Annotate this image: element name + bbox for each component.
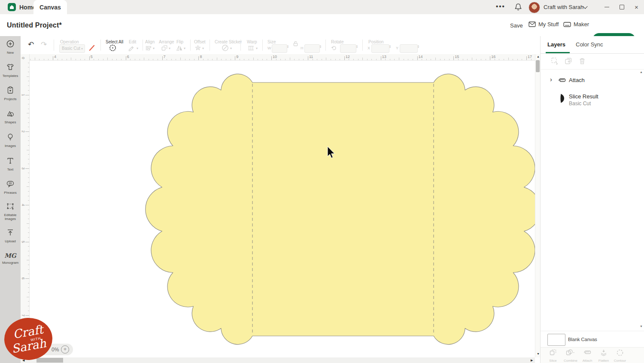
delete-layer-icon[interactable]	[578, 57, 586, 67]
operation-color-pen-icon[interactable]	[88, 44, 96, 53]
text-icon	[6, 156, 15, 167]
layer-slice-result[interactable]: Slice Result Basic Cut	[541, 91, 638, 110]
scroll-up-icon[interactable]: ▲	[537, 55, 540, 58]
create-sticker-button[interactable]	[222, 44, 229, 53]
window-close-button[interactable]: ×	[635, 3, 638, 11]
canvas-horizontal-scrollbar[interactable]: ◀ ▶	[21, 357, 535, 363]
size-height-stepper[interactable]: ▴▾	[320, 45, 321, 48]
edit-label: Edit	[129, 40, 136, 44]
overflow-menu-icon[interactable]: •••	[496, 3, 505, 10]
size-w-label: W	[267, 46, 271, 50]
blank-canvas-row[interactable]: Blank Canvas	[541, 331, 644, 348]
zoom-in-button[interactable]: +	[61, 345, 69, 354]
select-layers-icon[interactable]	[551, 57, 559, 67]
size-label: Size	[267, 40, 276, 44]
position-y-input[interactable]	[400, 44, 418, 53]
arrange-button[interactable]	[161, 45, 168, 53]
layer-actions-bar: Slice Combine Attach Flatten Contour	[541, 347, 644, 363]
window-maximize-button[interactable]	[620, 5, 624, 9]
redo-button[interactable]: ↷	[41, 40, 47, 49]
editable-images-marquee-icon	[6, 202, 15, 212]
vertical-scroll-thumb[interactable]	[536, 60, 540, 72]
flip-label: Flip	[176, 40, 183, 44]
scroll-right-icon[interactable]: ▶	[531, 359, 533, 362]
account-name[interactable]: Craft with Sarah	[544, 4, 583, 10]
edit-button[interactable]	[128, 45, 135, 53]
canvas-tab-label: Canvas	[39, 4, 61, 11]
projects-clipboard-icon	[6, 86, 15, 96]
sidebar-item-projects[interactable]: Projects	[0, 86, 21, 101]
flatten-button[interactable]: Flatten	[595, 349, 612, 363]
position-x-stepper[interactable]: ▴▾	[389, 45, 391, 48]
sidebar-item-text[interactable]: Text	[0, 156, 21, 171]
duplicate-layer-icon[interactable]	[565, 57, 572, 67]
sidebar-item-phrases[interactable]: Phrases	[0, 180, 21, 195]
panel-scroll-up-icon[interactable]: ▲	[640, 70, 643, 73]
create-sticker-dropdown-icon: ▾	[230, 46, 232, 50]
edit-dropdown-icon: ▾	[137, 46, 138, 50]
offset-button[interactable]	[194, 45, 201, 53]
sidebar-item-new[interactable]: New	[0, 40, 21, 55]
sidebar-item-shapes[interactable]: Shapes	[0, 109, 21, 124]
expand-chevron-icon[interactable]: ›	[550, 76, 552, 83]
rotate-button[interactable]	[331, 45, 337, 53]
sidebar-item-upload[interactable]: Upload	[0, 228, 21, 243]
avatar[interactable]	[529, 2, 540, 13]
size-height-input[interactable]	[304, 44, 320, 53]
new-plus-icon	[6, 40, 15, 50]
horizontal-scroll-thumb[interactable]	[36, 358, 63, 363]
sidebar-item-editable-images[interactable]: Editable Images	[0, 202, 21, 221]
undo-button[interactable]: ↶	[28, 40, 34, 49]
align-button[interactable]	[145, 45, 152, 53]
offset-label: Offset	[194, 40, 206, 44]
scalloped-card-shape[interactable]	[146, 74, 540, 345]
tab-color-sync[interactable]: Color Sync	[576, 41, 603, 48]
size-lock-icon[interactable]	[293, 40, 298, 48]
sidebar-item-templates[interactable]: Templates	[0, 63, 21, 78]
combine-icon	[565, 349, 576, 357]
create-sticker-label: Create Sticker	[215, 40, 242, 44]
align-label: Align	[145, 40, 155, 44]
contour-button[interactable]: Contour	[612, 349, 628, 363]
tab-canvas[interactable]: Canvas	[33, 0, 67, 14]
flip-button[interactable]	[176, 45, 183, 53]
arrange-dropdown-icon: ▾	[169, 46, 170, 50]
layer-operation: Basic Cut	[569, 101, 591, 107]
rotate-stepper[interactable]: ▴▾	[356, 45, 358, 48]
maker-machine-button[interactable]: Maker	[563, 21, 589, 27]
layer-thumbnail	[559, 93, 565, 105]
window-minimize-button[interactable]	[605, 7, 609, 7]
warp-label: Warp	[247, 40, 257, 44]
slice-button[interactable]: Slice	[545, 349, 561, 363]
images-lightbulb-icon	[6, 133, 15, 143]
shapes-icon	[6, 109, 15, 119]
rotate-input[interactable]	[340, 44, 356, 53]
combine-button[interactable]: Combine	[561, 349, 580, 363]
monogram-mg-icon: MG	[4, 251, 16, 260]
sidebar-item-images[interactable]: Images	[0, 133, 21, 148]
sidebar-item-monogram[interactable]: MG Monogram	[0, 251, 21, 265]
operation-select[interactable]: Basic Cut ▾	[59, 44, 85, 53]
panel-scroll-down-icon[interactable]: ▼	[640, 325, 643, 328]
layer-group-attach[interactable]: › Attach	[541, 74, 638, 87]
my-stuff-button[interactable]: My Stuff	[529, 21, 559, 27]
my-stuff-label: My Stuff	[538, 21, 559, 27]
position-x-input[interactable]	[371, 44, 389, 53]
blank-canvas-label: Blank Canvas	[568, 337, 597, 342]
attach-paperclip-icon	[583, 349, 592, 357]
position-y-stepper[interactable]: ▴▾	[418, 45, 419, 48]
upload-arrow-icon	[6, 228, 15, 238]
scroll-down-icon[interactable]: ▼	[537, 352, 540, 355]
app-window: Home Canvas ••• Craft with Sarah × Untit…	[0, 0, 644, 363]
warp-button[interactable]	[247, 45, 255, 53]
notifications-bell-icon[interactable]	[514, 3, 522, 13]
attach-button[interactable]: Attach	[579, 349, 595, 363]
size-width-input[interactable]	[272, 44, 287, 53]
size-width-stepper[interactable]: ▴▾	[287, 45, 289, 48]
arrange-label: Arrange	[159, 40, 174, 44]
cricut-home-icon	[8, 3, 16, 11]
save-button[interactable]: Save	[510, 22, 523, 29]
tab-layers[interactable]: Layers	[547, 41, 565, 48]
select-all-button[interactable]	[109, 44, 116, 53]
zoom-percentage: 0%	[52, 347, 59, 353]
